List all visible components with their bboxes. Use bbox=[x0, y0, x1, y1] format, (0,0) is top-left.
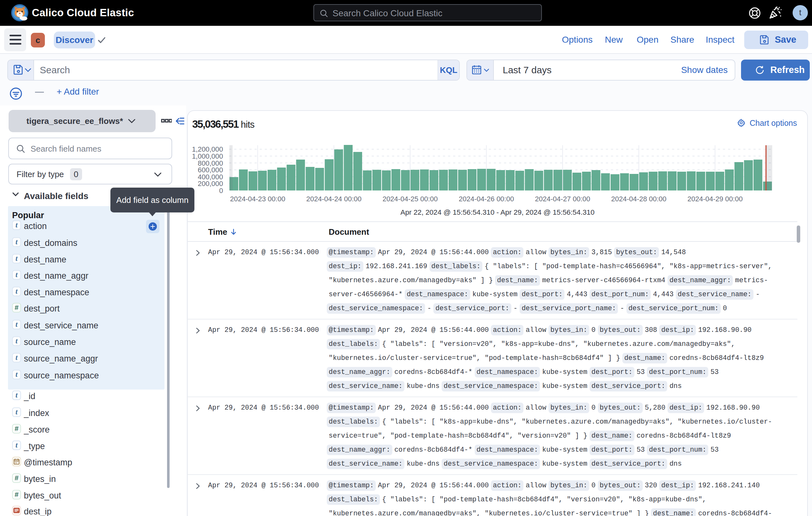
svg-text:1,200,000: 1,200,000 bbox=[192, 145, 223, 153]
svg-text:0: 0 bbox=[219, 187, 223, 195]
svg-text:1,000,000: 1,000,000 bbox=[192, 152, 223, 160]
svg-text:2024-04-24 00:00: 2024-04-24 00:00 bbox=[307, 195, 362, 203]
svg-text:2024-04-25 00:00: 2024-04-25 00:00 bbox=[382, 195, 438, 203]
svg-text:600,000: 600,000 bbox=[198, 166, 223, 174]
svg-text:2024-04-29 00:00: 2024-04-29 00:00 bbox=[687, 195, 743, 203]
svg-text:200,000: 200,000 bbox=[198, 180, 223, 188]
svg-text:2024-04-28 00:00: 2024-04-28 00:00 bbox=[611, 195, 667, 203]
svg-text:2024-04-27 00:00: 2024-04-27 00:00 bbox=[535, 195, 590, 203]
svg-text:2024-04-26 00:00: 2024-04-26 00:00 bbox=[459, 195, 514, 203]
svg-text:2024-04-23 00:00: 2024-04-23 00:00 bbox=[230, 195, 285, 203]
svg-text:400,000: 400,000 bbox=[198, 173, 223, 181]
svg-text:800,000: 800,000 bbox=[198, 159, 223, 167]
